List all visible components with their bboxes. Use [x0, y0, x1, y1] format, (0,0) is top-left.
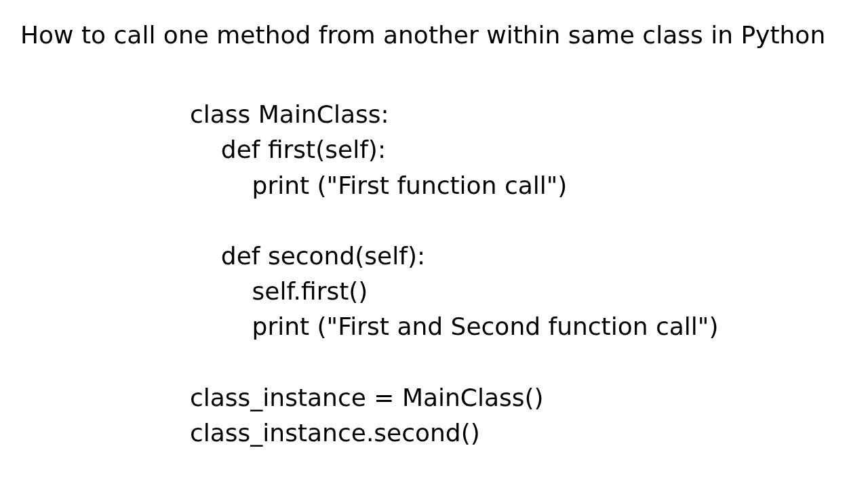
- code-line: class_instance = MainClass(): [190, 384, 544, 411]
- code-line: print ("First and Second function call"): [190, 312, 718, 340]
- code-line: print ("First function call"): [190, 171, 567, 199]
- code-block: class MainClass: def first(self): print …: [190, 97, 868, 451]
- code-line: class MainClass:: [190, 100, 389, 128]
- code-line: self.first(): [190, 277, 368, 305]
- code-line: def first(self):: [190, 136, 386, 163]
- code-line: def second(self):: [190, 242, 425, 270]
- code-line: class_instance.second(): [190, 419, 480, 447]
- page-title: How to call one method from another with…: [0, 0, 868, 49]
